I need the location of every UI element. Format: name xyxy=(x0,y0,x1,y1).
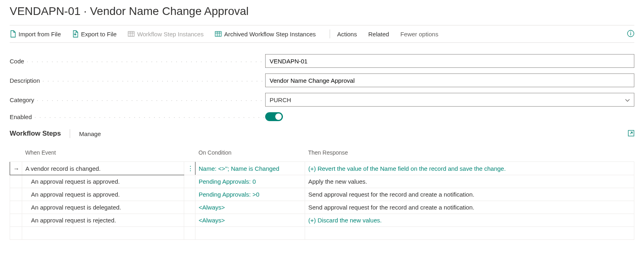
import-label: Import from File xyxy=(19,31,61,38)
response-cell[interactable]: (+) Revert the value of the Name field o… xyxy=(305,162,634,175)
code-field-row: Code xyxy=(10,54,634,68)
condition-cell[interactable]: Pending Approvals: >0 xyxy=(195,188,305,201)
description-input[interactable] xyxy=(265,73,634,87)
response-cell[interactable]: Send approval request for the record and… xyxy=(305,188,634,201)
chevron-down-icon xyxy=(625,96,630,103)
workflow-steps-table: When Event On Condition Then Response →A… xyxy=(10,147,634,240)
category-label: Category xyxy=(10,96,265,103)
table-row[interactable]: An approval request is approved.Pending … xyxy=(10,175,634,188)
related-menu[interactable]: Related xyxy=(368,29,395,39)
condition-cell[interactable]: Pending Approvals: 0 xyxy=(195,175,305,188)
workflow-steps-title: Workflow Steps xyxy=(10,130,61,138)
manage-action[interactable]: Manage xyxy=(79,130,101,137)
page-title: VENDAPN-01 · Vendor Name Change Approval xyxy=(10,5,634,18)
fewer-options-label: Fewer options xyxy=(400,31,438,38)
enabled-toggle[interactable] xyxy=(265,112,283,121)
svg-rect-4 xyxy=(630,33,631,35)
workflow-steps-section-header: Workflow Steps Manage xyxy=(10,129,634,138)
table-icon xyxy=(128,31,135,37)
expand-icon[interactable] xyxy=(628,130,634,138)
actions-menu-label: Actions xyxy=(337,31,357,38)
table-row[interactable]: An approval request is approved.Pending … xyxy=(10,188,634,201)
table-row[interactable]: An approval request is delegated.<Always… xyxy=(10,201,634,214)
col-when-event[interactable]: When Event xyxy=(22,147,184,162)
fewer-options-action[interactable]: Fewer options xyxy=(400,29,444,39)
action-bar: Import from File Export to File Workflow… xyxy=(10,25,634,43)
event-cell[interactable]: An approval request is rejected. xyxy=(22,214,184,227)
svg-point-3 xyxy=(630,31,631,32)
table-row-empty[interactable] xyxy=(10,227,634,240)
row-more-icon[interactable] xyxy=(184,188,195,201)
related-menu-label: Related xyxy=(368,31,389,38)
event-cell[interactable]: An approval request is approved. xyxy=(22,175,184,188)
workflow-step-instances-action[interactable]: Workflow Step Instances xyxy=(128,29,209,39)
row-more-icon[interactable] xyxy=(184,175,195,188)
archived-workflow-step-instances-action[interactable]: Archived Workflow Step Instances xyxy=(215,29,321,39)
col-on-condition[interactable]: On Condition xyxy=(195,147,305,162)
description-label: Description xyxy=(10,77,265,84)
divider xyxy=(330,29,330,38)
export-to-file-action[interactable]: Export to File xyxy=(72,29,122,39)
row-arrow-icon xyxy=(10,188,22,201)
category-select[interactable]: PURCH xyxy=(265,93,634,107)
file-import-icon xyxy=(10,30,16,38)
event-cell[interactable]: A vendor record is changed. xyxy=(22,162,184,175)
file-export-icon xyxy=(72,30,79,38)
info-icon[interactable] xyxy=(627,30,634,38)
row-more-icon[interactable] xyxy=(184,201,195,214)
condition-cell[interactable]: <Always> xyxy=(195,201,305,214)
category-value: PURCH xyxy=(270,96,291,103)
code-label: Code xyxy=(10,58,265,65)
export-label: Export to File xyxy=(81,31,116,38)
table-row[interactable]: →A vendor record is changed.⋮Name: <>'';… xyxy=(10,162,634,175)
condition-cell[interactable]: Name: <>''; Name is Changed xyxy=(195,162,305,175)
condition-cell[interactable]: <Always> xyxy=(195,214,305,227)
wfsi-label: Workflow Step Instances xyxy=(137,31,204,38)
import-from-file-action[interactable]: Import from File xyxy=(10,29,66,39)
row-arrow-icon: → xyxy=(10,162,22,175)
svg-rect-0 xyxy=(128,31,134,36)
row-arrow-icon xyxy=(10,201,22,214)
row-more-icon[interactable] xyxy=(184,214,195,227)
category-field-row: Category PURCH xyxy=(10,93,634,107)
col-then-response[interactable]: Then Response xyxy=(305,147,634,162)
code-input[interactable] xyxy=(265,54,634,68)
response-cell[interactable]: Send approval request for the record and… xyxy=(305,201,634,214)
row-arrow-icon xyxy=(10,175,22,188)
table-row[interactable]: An approval request is rejected.<Always>… xyxy=(10,214,634,227)
divider xyxy=(70,129,70,138)
response-cell[interactable]: (+) Discard the new values. xyxy=(305,214,634,227)
event-cell[interactable]: An approval request is approved. xyxy=(22,188,184,201)
svg-rect-1 xyxy=(215,31,221,36)
actions-menu[interactable]: Actions xyxy=(337,29,363,39)
row-more-icon[interactable]: ⋮ xyxy=(184,162,195,175)
table-icon xyxy=(215,31,222,37)
event-cell[interactable]: An approval request is delegated. xyxy=(22,201,184,214)
description-field-row: Description xyxy=(10,73,634,87)
row-arrow-icon xyxy=(10,214,22,227)
response-cell[interactable]: Apply the new values. xyxy=(305,175,634,188)
enabled-field-row: Enabled xyxy=(10,112,634,121)
archived-wfsi-label: Archived Workflow Step Instances xyxy=(224,31,316,38)
enabled-label: Enabled xyxy=(10,113,265,120)
